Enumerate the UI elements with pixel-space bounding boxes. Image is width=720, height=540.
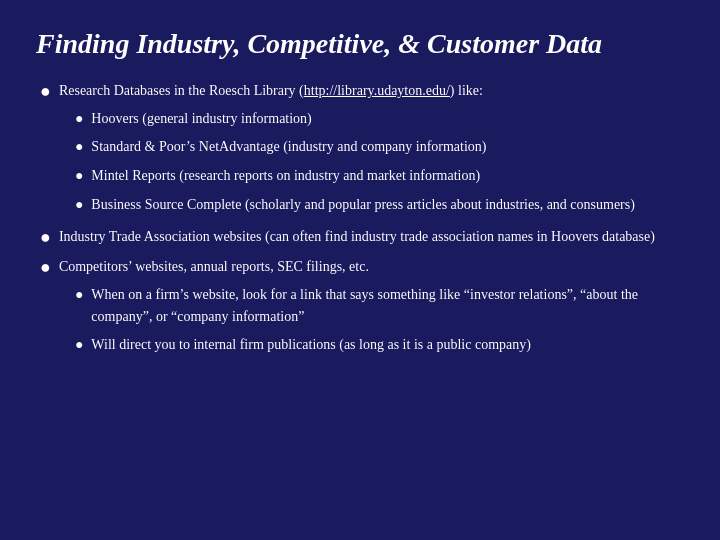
bullet-dot-bs: ● bbox=[75, 194, 83, 216]
sub-bullets-databases: ● Hoovers (general industry information)… bbox=[75, 108, 684, 216]
bullet-dot-sp: ● bbox=[75, 136, 83, 158]
bullet-investor-relations: ● When on a firm’s website, look for a l… bbox=[75, 284, 684, 327]
bullet-research-databases: ● Research Databases in the Roesch Libra… bbox=[36, 80, 684, 222]
bullet-dot-hoovers: ● bbox=[75, 108, 83, 130]
content-area: ● Research Databases in the Roesch Libra… bbox=[36, 80, 684, 363]
bullet-internal-publications: ● Will direct you to internal firm publi… bbox=[75, 334, 684, 356]
bullet-competitors: ● Competitors’ websites, annual reports,… bbox=[36, 256, 684, 363]
bullet-standard-poor: ● Standard & Poor’s NetAdvantage (indust… bbox=[75, 136, 684, 158]
sub-bullets-competitors: ● When on a firm’s website, look for a l… bbox=[75, 284, 684, 356]
bullet-business-source: ● Business Source Complete (scholarly an… bbox=[75, 194, 684, 216]
bullet-mintel: ● Mintel Reports (research reports on in… bbox=[75, 165, 684, 187]
research-databases-text: Research Databases in the Roesch Library… bbox=[59, 80, 684, 222]
bullet-dot-3: ● bbox=[40, 254, 51, 282]
mintel-text: Mintel Reports (research reports on indu… bbox=[91, 165, 684, 187]
bullet-dot-1: ● bbox=[40, 78, 51, 106]
bullet-industry-trade: ● Industry Trade Association websites (c… bbox=[36, 226, 684, 252]
bullet-dot-ip: ● bbox=[75, 334, 83, 356]
industry-trade-text: Industry Trade Association websites (can… bbox=[59, 226, 684, 248]
investor-relations-text: When on a firm’s website, look for a lin… bbox=[91, 284, 684, 327]
competitors-text-container: Competitors’ websites, annual reports, S… bbox=[59, 256, 684, 363]
business-source-text: Business Source Complete (scholarly and … bbox=[91, 194, 684, 216]
slide: Finding Industry, Competitive, & Custome… bbox=[0, 0, 720, 540]
hoovers-text: Hoovers (general industry information) bbox=[91, 108, 684, 130]
competitors-text: Competitors’ websites, annual reports, S… bbox=[59, 259, 369, 274]
library-link[interactable]: http://library.udayton.edu/ bbox=[304, 83, 450, 98]
bullet-dot-ir: ● bbox=[75, 284, 83, 306]
bullet-dot-2: ● bbox=[40, 224, 51, 252]
internal-publications-text: Will direct you to internal firm publica… bbox=[91, 334, 684, 356]
bullet-hoovers: ● Hoovers (general industry information) bbox=[75, 108, 684, 130]
standard-poor-text: Standard & Poor’s NetAdvantage (industry… bbox=[91, 136, 684, 158]
bullet-dot-mintel: ● bbox=[75, 165, 83, 187]
slide-title: Finding Industry, Competitive, & Custome… bbox=[36, 28, 684, 60]
